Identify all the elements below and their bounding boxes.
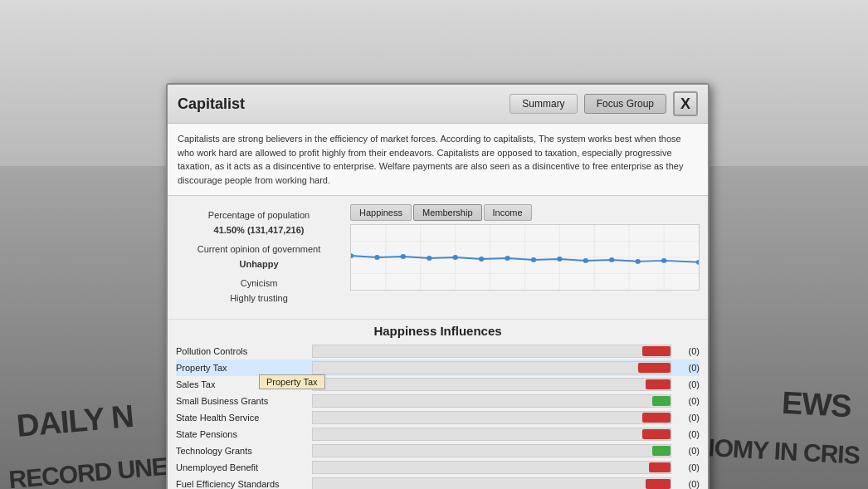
chart-tabs: Happiness Membership Income [350, 204, 700, 221]
influence-name: Technology Grants [176, 446, 309, 456]
influence-value: (0) [675, 462, 700, 472]
svg-point-15 [427, 256, 432, 261]
cynicism-value: Highly trusting [180, 291, 338, 306]
influence-bar [646, 479, 671, 489]
influence-value: (0) [675, 379, 700, 389]
svg-point-17 [479, 257, 484, 262]
chart-svg [351, 225, 699, 290]
opinion-label: Current opinion of government [180, 242, 338, 257]
svg-point-18 [505, 256, 510, 261]
newspaper-left-top: DAILY N [15, 399, 134, 444]
newspaper-right-top: EWS [781, 385, 852, 424]
influence-value: (0) [675, 363, 700, 373]
population-pct-label: Percentage of population [180, 208, 338, 223]
svg-point-22 [609, 257, 614, 262]
influence-row-property-tax: Property Tax (0) [176, 359, 700, 376]
influence-bar-container [312, 411, 671, 424]
influence-name: State Pensions [176, 429, 309, 439]
influences-list[interactable]: Pollution Controls (0) Property Tax (0) [176, 343, 700, 489]
chart-panel: Happiness Membership Income [350, 204, 700, 311]
svg-point-24 [661, 258, 666, 263]
influence-name: Property Tax [176, 363, 309, 373]
influence-value: (0) [675, 479, 700, 489]
influence-name: Fuel Efficiency Standards [176, 479, 309, 489]
influence-bar [652, 446, 671, 456]
tab-membership[interactable]: Membership [413, 204, 482, 221]
influence-name: State Health Service [176, 413, 309, 423]
dialog-header: Capitalist Summary Focus Group X [168, 85, 708, 124]
influence-value: (0) [675, 429, 700, 439]
influence-bar [642, 413, 671, 423]
influence-row-unemployed-benefit: Unemployed Benefit (0) [176, 459, 700, 476]
influence-bar-container [312, 394, 671, 408]
influence-value: (0) [675, 446, 700, 456]
svg-point-14 [401, 254, 406, 259]
influence-bar-container [312, 477, 671, 489]
influence-bar-container [312, 361, 671, 374]
svg-point-16 [453, 255, 458, 260]
influence-row-state-health: State Health Service (0) [176, 409, 700, 426]
influence-name: Pollution Controls [176, 346, 309, 356]
influence-value: (0) [675, 413, 700, 423]
svg-point-21 [583, 258, 588, 263]
influence-bar [652, 396, 671, 406]
svg-point-20 [557, 257, 562, 262]
focus-group-button[interactable]: Focus Group [584, 94, 666, 114]
svg-point-25 [696, 260, 699, 265]
influence-row-fuel-efficiency: Fuel Efficiency Standards (0) [176, 476, 700, 489]
influence-value: (0) [675, 396, 700, 406]
tab-income[interactable]: Income [484, 204, 532, 221]
stats-panel: Percentage of population 41.50% (131,417… [176, 204, 342, 311]
influence-name: Small Business Grants [176, 396, 309, 406]
influence-row-pollution: Pollution Controls (0) [176, 343, 700, 359]
influence-bar [642, 346, 671, 356]
influence-bar-container [312, 378, 671, 391]
influence-bar [649, 462, 671, 472]
stats-chart-row: Percentage of population 41.50% (131,417… [168, 196, 708, 320]
influence-bar [638, 363, 671, 373]
influence-bar [642, 429, 671, 439]
capitalist-dialog: Capitalist Summary Focus Group X Capital… [166, 83, 710, 489]
svg-point-13 [374, 255, 379, 260]
dialog-title: Capitalist [178, 95, 503, 113]
cynicism-label: Cynicism [180, 276, 338, 291]
influence-name: Sales Tax [176, 379, 309, 389]
dialog-description: Capitalists are strong believers in the … [168, 124, 708, 196]
influence-row-sales-tax: Sales Tax (0) Property Tax [176, 376, 700, 393]
dialog-content: Percentage of population 41.50% (131,417… [168, 196, 708, 489]
close-button[interactable]: X [673, 91, 698, 116]
influence-bar-container [312, 461, 671, 474]
influence-value: (0) [675, 346, 700, 356]
influence-bar-container [312, 444, 671, 457]
chart-area [350, 224, 700, 291]
opinion-value: Unhappy [180, 257, 338, 272]
influence-row-tech-grants: Technology Grants (0) [176, 443, 700, 459]
influence-row-small-business: Small Business Grants (0) [176, 393, 700, 409]
summary-button[interactable]: Summary [510, 94, 577, 114]
influences-title: Happiness Influences [176, 324, 700, 338]
influence-bar-container [312, 428, 671, 441]
population-pct-value: 41.50% (131,417,216) [180, 223, 338, 238]
svg-point-23 [636, 259, 641, 264]
influence-bar-container [312, 345, 671, 358]
influence-name: Unemployed Benefit [176, 462, 309, 472]
svg-point-19 [531, 257, 536, 262]
influences-section: Happiness Influences Pollution Controls … [168, 320, 708, 489]
influence-row-state-pensions: State Pensions (0) [176, 426, 700, 443]
tab-happiness[interactable]: Happiness [350, 204, 412, 221]
influence-bar [646, 379, 671, 389]
